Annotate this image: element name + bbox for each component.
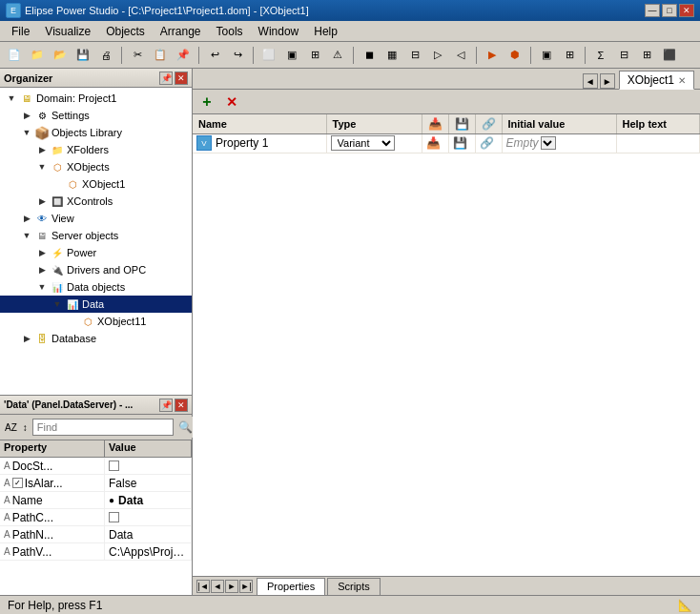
tb-paste[interactable]: 📌: [173, 45, 194, 66]
tb-new[interactable]: 📄: [4, 45, 25, 66]
bottom-panel-pin[interactable]: 📌: [159, 399, 173, 412]
organizer-pin[interactable]: 📌: [159, 72, 173, 85]
tree-item-settings[interactable]: ▶ ⚙ Settings: [0, 107, 192, 124]
prop-table-icon3[interactable]: 🔗: [475, 133, 502, 153]
tb-sigma[interactable]: Σ: [590, 45, 611, 66]
maximize-button[interactable]: □: [662, 4, 677, 17]
tb-copy[interactable]: 📋: [150, 45, 171, 66]
expander-power[interactable]: ▶: [34, 245, 50, 260]
expander-server[interactable]: ▼: [19, 228, 34, 243]
expander-database[interactable]: ▶: [19, 331, 34, 346]
prop-checkbox-isalar-prop[interactable]: ✓: [12, 478, 23, 488]
tab-scripts[interactable]: Scripts: [327, 578, 381, 595]
expander-settings[interactable]: ▶: [19, 108, 34, 123]
tb-save[interactable]: 💾: [72, 45, 93, 66]
menu-visualize[interactable]: Visualize: [37, 23, 98, 40]
tb-e1[interactable]: ⊟: [613, 45, 634, 66]
prop-table-row-1[interactable]: V Property 1 Variant Integer Float Strin…: [193, 133, 700, 153]
menu-window[interactable]: Window: [251, 23, 307, 40]
tb-b9[interactable]: ◁: [450, 45, 471, 66]
prop-row-pathc[interactable]: A PathC...: [0, 509, 192, 526]
tb-cut[interactable]: ✂: [127, 45, 148, 66]
sort-arrow-btn[interactable]: ↕: [22, 417, 29, 438]
tree-item-view[interactable]: ▶ 👁 View: [0, 210, 192, 227]
prop-table-help-text[interactable]: [616, 133, 700, 153]
prop-table-type[interactable]: Variant Integer Float String Boolean: [326, 133, 422, 153]
expander-data-objects[interactable]: ▼: [34, 279, 50, 295]
prop-table-icon1[interactable]: 📥: [422, 133, 448, 153]
tb-open-folder[interactable]: 📁: [27, 45, 48, 66]
download-icon[interactable]: 📥: [426, 136, 441, 150]
prop-checkbox-pathc[interactable]: [109, 512, 119, 522]
bottom-panel-close[interactable]: ✕: [175, 399, 188, 412]
prop-row-docst[interactable]: A DocSt...: [0, 458, 192, 475]
tb-print[interactable]: 🖨: [95, 45, 116, 66]
tb-b7[interactable]: ⊟: [404, 45, 425, 66]
tb-b3[interactable]: ⊞: [304, 45, 325, 66]
tb-open[interactable]: 📂: [50, 45, 71, 66]
tree-item-xobjects[interactable]: ▼ ⬡ XObjects: [0, 158, 192, 175]
tree-item-drivers-opc[interactable]: ▶ 🔌 Drivers and OPC: [0, 261, 192, 278]
menu-objects[interactable]: Objects: [98, 23, 153, 40]
minimize-button[interactable]: —: [645, 4, 660, 17]
search-input[interactable]: [32, 419, 174, 436]
menu-file[interactable]: File: [4, 23, 37, 40]
tab-properties[interactable]: Properties: [257, 578, 325, 595]
prop-row-isalar[interactable]: A ✓ IsAlar... False: [0, 475, 192, 492]
tree-item-xobject1[interactable]: ⬡ XObject1: [0, 175, 192, 193]
search-btn[interactable]: 🔍: [177, 417, 194, 438]
tb-b8[interactable]: ▷: [427, 45, 448, 66]
organizer-close[interactable]: ✕: [175, 72, 188, 85]
type-select[interactable]: Variant Integer Float String Boolean: [331, 135, 395, 151]
tb-c2[interactable]: ⬢: [504, 45, 525, 66]
prop-row-name[interactable]: A Name ● Data: [0, 492, 192, 509]
tb-b2[interactable]: ▣: [281, 45, 302, 66]
tab-nav-next[interactable]: ►: [600, 73, 615, 89]
tree-item-data[interactable]: ▼ 📊 Data: [0, 296, 192, 313]
prop-row-pathv[interactable]: A PathV... C:\Apps\Project...: [0, 543, 192, 561]
sort-az-btn[interactable]: AZ: [4, 417, 18, 438]
tb-redo[interactable]: ↪: [227, 45, 248, 66]
tree-item-xcontrols[interactable]: ▶ 🔲 XControls: [0, 193, 192, 210]
tb-b6[interactable]: ▦: [381, 45, 402, 66]
menu-tools[interactable]: Tools: [209, 23, 251, 40]
tree-item-xfolders[interactable]: ▶ 📁 XFolders: [0, 141, 192, 158]
tb-d2[interactable]: ⊞: [559, 45, 580, 66]
scroll-first[interactable]: |◄: [196, 580, 210, 593]
tb-b5[interactable]: ◼: [359, 45, 380, 66]
prop-row-pathn[interactable]: A PathN... Data: [0, 526, 192, 543]
tb-b4[interactable]: ⚠: [327, 45, 348, 66]
initial-value-dropdown[interactable]: [541, 136, 556, 150]
tree-item-xobject11[interactable]: ⬡ XObject11: [0, 313, 192, 330]
delete-property-button[interactable]: ✕: [221, 92, 242, 112]
prop-table-icon2[interactable]: 💾: [448, 133, 475, 153]
expander-xfolders[interactable]: ▶: [34, 142, 50, 157]
tb-c1[interactable]: ▶: [482, 45, 503, 66]
expander-xobject11[interactable]: [65, 314, 80, 329]
scroll-prev[interactable]: ◄: [211, 580, 224, 593]
expander-xcontrols[interactable]: ▶: [34, 194, 50, 209]
tb-e2[interactable]: ⊞: [636, 45, 657, 66]
expander-data[interactable]: ▼: [50, 297, 65, 312]
expander-drivers[interactable]: ▶: [34, 262, 50, 277]
prop-checkbox-docst[interactable]: [109, 460, 119, 471]
scroll-last[interactable]: ►|: [239, 580, 253, 593]
menu-help[interactable]: Help: [306, 23, 345, 40]
tb-undo[interactable]: ↩: [204, 45, 225, 66]
expander-xobject1[interactable]: [50, 176, 65, 192]
scroll-next[interactable]: ►: [225, 580, 238, 593]
add-property-button[interactable]: +: [196, 92, 217, 112]
tree-item-server-objects[interactable]: ▼ 🖥 Server objects: [0, 227, 192, 244]
tb-b1[interactable]: ⬜: [258, 45, 279, 66]
link-icon[interactable]: 🔗: [480, 136, 494, 150]
tree-item-database[interactable]: ▶ 🗄 Database: [0, 330, 192, 347]
tab-xobject1[interactable]: XObject1 ✕: [619, 71, 694, 90]
close-button[interactable]: ✕: [679, 4, 694, 17]
tab-nav-prev[interactable]: ◄: [583, 73, 598, 89]
tree-item-objects-lib[interactable]: ▼ 📦 Objects Library: [0, 124, 192, 141]
tree-item-domain[interactable]: ▼ 🖥 Domain: Project1: [0, 90, 192, 107]
tree-item-power[interactable]: ▶ ⚡ Power: [0, 244, 192, 261]
expander-xobjects[interactable]: ▼: [34, 159, 50, 174]
tree-item-data-objects[interactable]: ▼ 📊 Data objects: [0, 278, 192, 296]
expander-view[interactable]: ▶: [19, 211, 34, 226]
